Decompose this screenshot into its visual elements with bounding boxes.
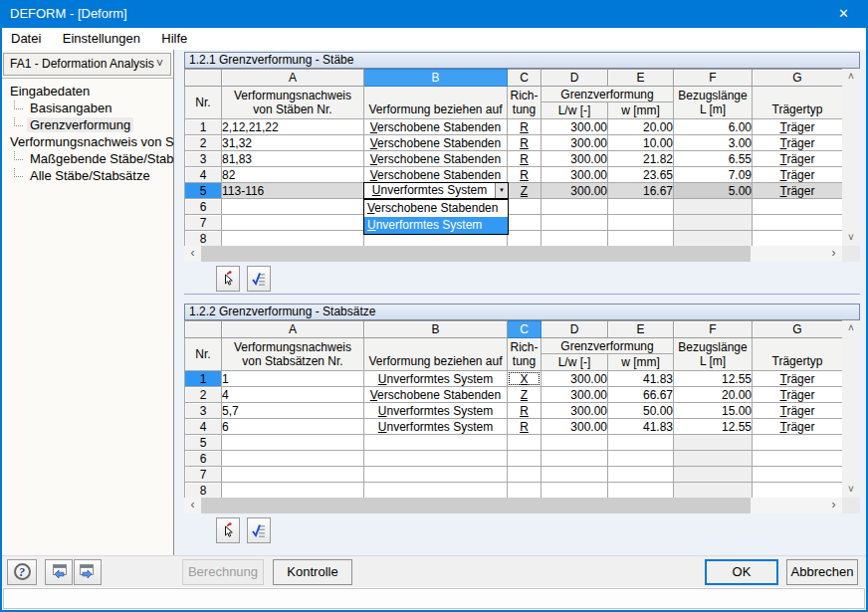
- cell-combobox[interactable]: Unverformtes System ▼: [363, 182, 509, 199]
- cell-length[interactable]: [674, 467, 753, 483]
- cell-length[interactable]: 7.09: [674, 167, 753, 183]
- cell-direction[interactable]: R: [508, 119, 542, 135]
- cell-lw[interactable]: 300.00: [542, 151, 608, 167]
- row-number[interactable]: 2: [185, 387, 222, 403]
- cell-beamtype[interactable]: Träger: [753, 403, 843, 419]
- cell-beamtype[interactable]: Träger: [753, 151, 843, 167]
- cell-reference[interactable]: Verschobene Stabenden: [364, 119, 508, 135]
- vertical-scrollbar[interactable]: ˄ ˅: [842, 320, 860, 498]
- cell-length[interactable]: 3.00: [674, 135, 753, 151]
- tree-item-alle-staebe[interactable]: Alle Stäbe/Stabsätze: [2, 167, 173, 184]
- cell-beamtype[interactable]: [753, 467, 843, 483]
- cell-w[interactable]: [608, 483, 674, 499]
- cell-direction[interactable]: Z: [508, 183, 542, 199]
- horizontal-scrollbar[interactable]: ‹ ›: [184, 498, 842, 513]
- cell-sets[interactable]: 1: [222, 371, 364, 387]
- scroll-up-icon[interactable]: ˄: [842, 69, 860, 85]
- cell-length[interactable]: 12.55: [674, 371, 753, 387]
- cell-beamtype[interactable]: [753, 215, 843, 231]
- cell-beamtype[interactable]: Träger: [753, 119, 843, 135]
- row-number[interactable]: 2: [185, 135, 222, 151]
- cell-direction[interactable]: [508, 451, 542, 467]
- cell-lw[interactable]: 300.00: [542, 183, 608, 199]
- row-number[interactable]: 6: [185, 451, 222, 467]
- previous-window-button[interactable]: [45, 559, 73, 585]
- cell-length[interactable]: 15.00: [674, 403, 753, 419]
- cell-reference[interactable]: Verschobene Stabenden: [364, 387, 508, 403]
- cell-length[interactable]: 20.00: [674, 387, 753, 403]
- cell-length[interactable]: [674, 199, 753, 215]
- cell-beamtype[interactable]: Träger: [753, 135, 843, 151]
- cell-members[interactable]: 82: [222, 167, 364, 183]
- cell-w[interactable]: 41.83: [608, 371, 674, 387]
- cell-reference[interactable]: Unverformtes System: [364, 403, 508, 419]
- cell-w[interactable]: [608, 215, 674, 231]
- cell-direction[interactable]: [508, 483, 542, 499]
- cell-members[interactable]: 113-116: [222, 183, 364, 199]
- check-entries-button[interactable]: [247, 517, 271, 543]
- cell-reference[interactable]: Unverformtes System: [364, 419, 508, 435]
- row-number[interactable]: 3: [185, 151, 222, 167]
- pick-members-button[interactable]: [216, 266, 240, 292]
- cell-direction[interactable]: Z: [508, 387, 542, 403]
- cell-reference[interactable]: Verschobene Stabenden: [364, 135, 508, 151]
- cell-w[interactable]: 41.83: [608, 419, 674, 435]
- cell-beamtype[interactable]: [753, 199, 843, 215]
- cell-members[interactable]: 2,12,21,22: [222, 119, 364, 135]
- cell-direction-focused[interactable]: X: [508, 371, 542, 387]
- cell-reference[interactable]: [364, 483, 508, 499]
- cell-length[interactable]: 12.55: [674, 419, 753, 435]
- row-number[interactable]: 7: [185, 467, 222, 483]
- cell-beamtype[interactable]: Träger: [753, 183, 843, 199]
- row-number[interactable]: 1: [185, 119, 222, 135]
- row-number[interactable]: 4: [185, 419, 222, 435]
- cell-w[interactable]: [608, 451, 674, 467]
- menu-einstellungen[interactable]: Einstellungen: [55, 28, 148, 50]
- cell-beamtype[interactable]: Träger: [753, 419, 843, 435]
- cell-beamtype[interactable]: Träger: [753, 371, 843, 387]
- cell-lw[interactable]: 300.00: [542, 371, 608, 387]
- cell-lw[interactable]: [542, 435, 608, 451]
- menu-datei[interactable]: Datei: [3, 28, 49, 50]
- cell-length[interactable]: [674, 215, 753, 231]
- cell-direction[interactable]: [508, 215, 542, 231]
- scroll-up-icon[interactable]: ˄: [842, 320, 860, 336]
- vertical-scrollbar[interactable]: ˄ ˅: [842, 69, 860, 246]
- cell-reference[interactable]: [364, 451, 508, 467]
- cell-members[interactable]: [222, 231, 364, 247]
- cell-w[interactable]: 66.67: [608, 387, 674, 403]
- cell-w[interactable]: 23.65: [608, 167, 674, 183]
- cell-lw[interactable]: 300.00: [542, 387, 608, 403]
- cell-reference[interactable]: [364, 467, 508, 483]
- check-entries-button[interactable]: [247, 266, 271, 292]
- scroll-left-icon[interactable]: ‹: [184, 498, 201, 513]
- cell-beamtype[interactable]: [753, 483, 843, 499]
- cell-w[interactable]: 21.82: [608, 151, 674, 167]
- abbrechen-button[interactable]: Abbrechen: [786, 559, 858, 585]
- cell-length[interactable]: [674, 451, 753, 467]
- horizontal-scrollbar[interactable]: ‹ ›: [184, 246, 842, 262]
- cell-sets[interactable]: [222, 435, 364, 451]
- cell-length[interactable]: [674, 231, 753, 247]
- cell-sets[interactable]: [222, 451, 364, 467]
- row-number[interactable]: 8: [185, 483, 222, 499]
- scroll-right-icon[interactable]: ›: [825, 246, 842, 262]
- cell-w[interactable]: [608, 467, 674, 483]
- cell-lw[interactable]: [542, 215, 608, 231]
- cell-sets[interactable]: 5,7: [222, 403, 364, 419]
- cell-reference[interactable]: Verschobene Stabenden: [364, 167, 508, 183]
- row-number[interactable]: 8: [185, 231, 222, 247]
- tree-item-eingabedaten[interactable]: Eingabedaten: [2, 83, 173, 100]
- scrollbar-thumb[interactable]: [201, 246, 751, 262]
- cell-lw[interactable]: [542, 451, 608, 467]
- dropdown-option-verschobene[interactable]: Verschobene Stabenden: [364, 200, 508, 217]
- cell-direction[interactable]: R: [508, 167, 542, 183]
- tree-item-massgebende[interactable]: Maßgebende Stäbe/Stabsätze: [2, 150, 173, 167]
- row-number[interactable]: 5: [185, 435, 222, 451]
- cell-beamtype[interactable]: Träger: [753, 167, 843, 183]
- cell-w[interactable]: [608, 199, 674, 215]
- help-button[interactable]: ?: [7, 559, 37, 585]
- tree-item-grenzverformung[interactable]: Grenzverformung: [2, 116, 173, 133]
- cell-length[interactable]: [674, 435, 753, 451]
- cell-sets[interactable]: [222, 483, 364, 499]
